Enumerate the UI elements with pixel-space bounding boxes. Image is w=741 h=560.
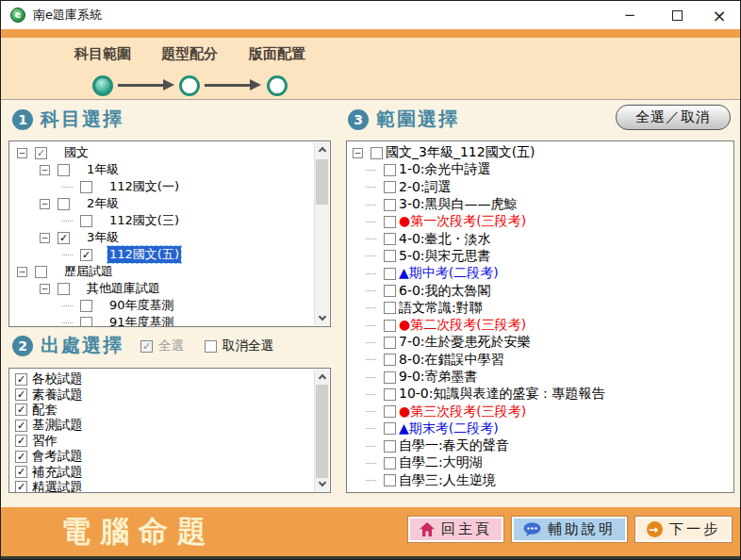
range-checkbox[interactable] — [384, 285, 396, 297]
minimize-button[interactable]: − — [616, 1, 644, 29]
subject-tree-item[interactable]: ✓112國文(五) — [11, 246, 313, 263]
select-all-checkbox[interactable]: ✓ — [140, 340, 153, 353]
range-checkbox[interactable] — [384, 216, 396, 228]
subject-tree-item[interactable]: 112國文(一) — [11, 178, 313, 195]
range-item-label[interactable]: 8-0:在錯誤中學習 — [399, 352, 504, 369]
source-checkbox[interactable]: ✓ — [15, 420, 27, 432]
range-item-label[interactable]: 自學一:春天的聲音 — [399, 437, 509, 454]
expand-toggle-icon[interactable]: − — [353, 148, 363, 158]
range-item-label[interactable]: 1-0:余光中詩選 — [399, 161, 491, 178]
tree-item-label[interactable]: 112國文(三) — [107, 212, 181, 229]
source-checkbox[interactable]: ✓ — [15, 388, 27, 401]
source-list-item[interactable]: ✓補充試題 — [11, 464, 313, 479]
tree-checkbox[interactable] — [58, 198, 70, 210]
maximize-button[interactable] — [663, 1, 691, 29]
tree-item-label[interactable]: 1年級 — [85, 161, 121, 178]
range-tree-item[interactable]: 7-0:生於憂患死於安樂 — [349, 334, 732, 351]
source-checkbox[interactable]: ✓ — [15, 466, 27, 478]
range-checkbox[interactable] — [384, 422, 396, 435]
range-tree-item[interactable]: ●第一次段考(三段考) — [349, 213, 732, 230]
tree-checkbox[interactable] — [58, 283, 70, 295]
expand-toggle-icon[interactable]: − — [40, 199, 50, 209]
subject-tree-item[interactable]: 112國文(三) — [11, 212, 313, 229]
range-checkbox[interactable] — [384, 233, 396, 245]
source-list-item[interactable]: ✓素養試題 — [11, 387, 313, 402]
range-item-label[interactable]: 自學二:大明湖 — [399, 454, 483, 471]
source-list-item[interactable]: ✓各校試題 — [11, 371, 313, 387]
subject-tree-item[interactable]: −其他題庫試題 — [11, 280, 313, 297]
range-checkbox[interactable] — [370, 147, 383, 159]
scroll-down-icon[interactable] — [315, 477, 330, 491]
subject-tree-item[interactable]: −2年級 — [11, 195, 313, 212]
range-tree-item[interactable]: ▲期末考(二段考) — [349, 420, 732, 437]
range-checkbox[interactable] — [384, 405, 396, 418]
expand-toggle-icon[interactable]: − — [40, 165, 50, 175]
expand-toggle-icon[interactable]: − — [17, 267, 27, 277]
range-tree-item[interactable]: 3-0:黑與白——虎鯨 — [349, 196, 732, 213]
tree-checkbox[interactable] — [80, 317, 92, 327]
range-item-label[interactable]: 5-0:與宋元思書 — [399, 248, 491, 265]
source-list-scrollbar[interactable] — [314, 370, 329, 491]
range-tree-item[interactable]: 自學二:大明湖 — [349, 454, 732, 471]
next-button[interactable]: → 下一步 — [635, 517, 732, 542]
range-tree-item[interactable]: ●第二次段考(三段考) — [349, 317, 732, 334]
tree-item-label[interactable]: 其他題庫試題 — [85, 280, 162, 297]
range-tree-item[interactable]: ●第三次段考(三段考) — [349, 403, 732, 420]
range-checkbox[interactable] — [384, 250, 396, 262]
range-checkbox[interactable] — [384, 354, 396, 366]
range-item-label[interactable]: 2-0:詞選 — [399, 179, 452, 196]
scroll-up-icon[interactable] — [315, 370, 330, 384]
tree-item-label[interactable]: 3年級 — [85, 229, 121, 246]
range-checkbox[interactable] — [384, 371, 396, 384]
source-checkbox[interactable]: ✓ — [15, 435, 27, 447]
range-tree-item[interactable]: 6-0:我的太魯閣 — [349, 282, 732, 299]
source-list-item[interactable]: ✓基測試題 — [11, 418, 313, 433]
tree-checkbox[interactable] — [80, 300, 92, 312]
range-checkbox[interactable] — [384, 320, 396, 332]
tree-item-label[interactable]: 歷屆試題 — [62, 263, 115, 280]
subject-tree-item[interactable]: −✓國文 — [11, 144, 313, 161]
tree-checkbox[interactable] — [80, 215, 92, 227]
range-item-label[interactable]: 6-0:我的太魯閣 — [399, 283, 491, 300]
range-checkbox[interactable] — [384, 302, 396, 314]
tree-item-label[interactable]: 國文 — [62, 144, 91, 161]
range-item-label[interactable]: ▲期中考(二段考) — [399, 265, 499, 282]
expand-toggle-icon[interactable]: − — [17, 148, 27, 158]
range-tree-item[interactable]: 4-0:臺北・淡水 — [349, 230, 732, 247]
help-button[interactable]: 輔助說明 — [512, 517, 627, 542]
tree-item-label[interactable]: 112國文(五) — [107, 246, 181, 263]
range-tree-item[interactable]: 8-0:在錯誤中學習 — [349, 352, 732, 369]
range-checkbox[interactable] — [384, 164, 396, 176]
subject-tree-item[interactable]: −1年級 — [11, 161, 313, 178]
range-item-label[interactable]: ●第一次段考(三段考) — [399, 213, 526, 230]
range-checkbox[interactable] — [384, 440, 396, 453]
range-tree-item[interactable]: 語文常識:對聯 — [349, 300, 732, 317]
source-checkbox[interactable]: ✓ — [15, 481, 27, 492]
range-item-label[interactable]: 國文_3年級_112國文(五) — [386, 144, 535, 161]
subject-tree-item[interactable]: −✓3年級 — [11, 229, 313, 246]
range-item-label[interactable]: 10-0:知識與表達的盛宴：專題報告 — [399, 386, 605, 403]
range-checkbox[interactable] — [384, 337, 396, 349]
expand-toggle-icon[interactable]: − — [40, 233, 50, 243]
range-item-label[interactable]: 3-0:黑與白——虎鯨 — [399, 196, 518, 213]
source-list-item[interactable]: ✓習作 — [11, 434, 313, 449]
deselect-all-checkbox[interactable] — [205, 340, 217, 353]
range-checkbox[interactable] — [384, 199, 396, 211]
range-tree-item[interactable]: 2-0:詞選 — [349, 179, 732, 196]
tree-item-label[interactable]: 112國文(一) — [107, 178, 181, 195]
source-list-item[interactable]: ✓會考試題 — [11, 449, 313, 464]
range-checkbox[interactable] — [384, 388, 396, 401]
range-item-label[interactable]: 7-0:生於憂患死於安樂 — [399, 334, 531, 351]
subject-tree-item[interactable]: 91年度基測 — [11, 314, 313, 326]
source-list-item[interactable]: ✓配套 — [11, 403, 313, 418]
source-checkbox[interactable]: ✓ — [15, 373, 27, 386]
scroll-thumb[interactable] — [316, 159, 328, 205]
select-all-option[interactable]: ✓ 全選 — [140, 338, 184, 354]
tree-checkbox[interactable] — [80, 181, 92, 193]
range-checkbox[interactable] — [384, 474, 396, 486]
range-item-label[interactable]: 語文常識:對聯 — [399, 300, 483, 317]
tree-checkbox[interactable]: ✓ — [80, 249, 92, 261]
source-checkbox[interactable]: ✓ — [15, 451, 27, 463]
range-item-label[interactable]: 自學三:人生逆境 — [399, 472, 496, 489]
range-item-label[interactable]: 4-0:臺北・淡水 — [399, 231, 491, 248]
